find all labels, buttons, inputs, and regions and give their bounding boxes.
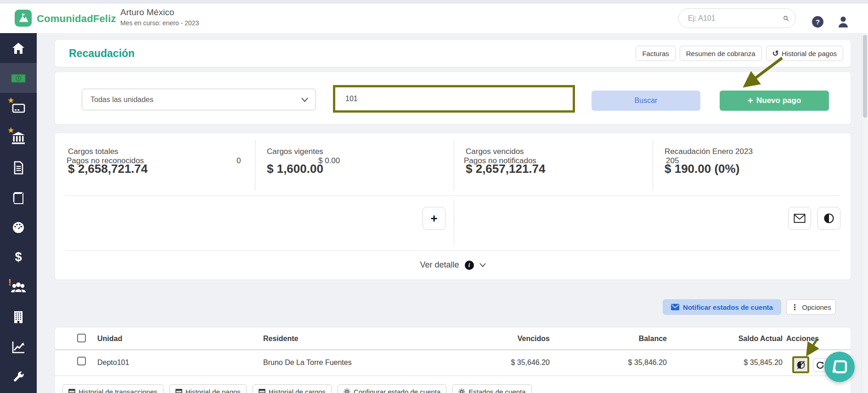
sidebar-item-charges[interactable]: ★ [0,93,37,123]
col-header-balance[interactable]: Balance [639,335,667,343]
notificar-estados-button[interactable]: Notificar estados de cuenta [663,299,781,315]
chat-logo-icon [832,359,847,375]
envelope-icon [794,213,806,223]
scrollbar-thumb[interactable] [863,35,867,118]
cell-balance: $ 35,846.20 [628,359,667,367]
row-checkbox[interactable] [77,357,86,365]
gear-icon [458,388,465,393]
sidebar-nav: ★ ★ [0,33,37,393]
chevron-down-icon [479,263,486,267]
book-icon [11,191,26,205]
opciones-button[interactable]: ⋮ Opciones [786,299,836,315]
sidebar-item-ledger[interactable] [0,182,37,212]
tab-estados-cuenta[interactable]: Estados de cuenta [452,384,531,393]
units-table: Unidad Residente Vencidos Balance Saldo … [55,328,851,393]
unit-select-value: Todas las unidades [90,96,153,104]
current-month-subtitle: Mes en curso: enero - 2023 [120,19,199,27]
wrench-icon [11,370,26,384]
money-icon [10,71,27,85]
tab-configurar-estado-cuenta[interactable]: Configurar estado de cuenta [338,384,446,393]
page-title-bar: Recaudación Facturas Resumen de cobranza… [55,40,851,67]
sidebar-item-settings[interactable] [0,362,37,392]
divider [454,140,454,190]
col-header-acciones: Acciones [786,335,819,343]
tab-historial-pagos[interactable]: Historial de pagos [169,384,247,393]
gauge-icon [11,221,26,234]
star-badge-icon: ★ [7,126,14,134]
nuevo-pago-label: Nuevo pago [756,96,801,105]
stat-recaudacion: Recaudación Enero 2023 $ 190.00 (0%) [652,133,851,195]
sidebar-item-residents[interactable]: ! [0,272,37,302]
chevron-down-icon [301,97,308,102]
brand-name[interactable]: ComunidadFeliz [37,13,116,25]
table-icon [175,389,182,393]
sidebar-item-payments[interactable] [0,63,37,93]
help-icon[interactable]: ? [812,16,823,28]
page-top-strip [0,0,868,4]
detail-tabs: Historial de transacciones Historial de … [62,384,532,393]
sidebar-item-properties[interactable] [0,302,37,332]
page-scrollbar[interactable] [862,4,868,393]
buscar-button[interactable]: Buscar [592,91,700,111]
brand-logo-icon[interactable] [15,10,32,27]
select-all-checkbox[interactable] [77,334,86,342]
sidebar-item-documents[interactable] [0,153,37,182]
hide-account-statement-button[interactable] [792,356,809,373]
home-icon [11,41,26,55]
historial-pagos-button[interactable]: ↺ Historial de pagos [766,46,843,61]
historial-pagos-label: Historial de pagos [782,50,837,57]
tab-historial-transacciones[interactable]: Historial de transacciones [62,384,163,393]
facturas-label: Facturas [642,50,669,57]
chat-widget-button[interactable] [824,352,855,382]
divider [55,349,851,350]
col-header-residente[interactable]: Residente [263,335,298,343]
sidebar-item-dashboard[interactable] [0,212,37,242]
view-payments-button[interactable] [817,207,840,230]
pagos-no-reconocidos-count: 0 [237,156,241,165]
divider [653,140,653,190]
exclamation-badge-icon: ! [8,278,11,287]
search-icon[interactable] [783,13,789,23]
stat-label: Cargos totales [68,147,118,156]
building-icon [11,310,25,325]
pagos-no-notificados-label: Pagos no notificados [464,156,536,165]
col-header-saldo-actual[interactable]: Saldo Actual [738,335,783,343]
resumen-cobranza-button[interactable]: Resumen de cobranza [680,46,762,61]
resumen-cobranza-label: Resumen de cobranza [686,50,755,57]
ver-detalle-toggle[interactable]: Ver detalle i [55,251,851,279]
community-title: Arturo México [120,7,174,17]
nuevo-pago-button[interactable]: + Nuevo pago [720,91,829,111]
page-top-tabs: Facturas Resumen de cobranza ↺ Historial… [636,46,843,61]
tab-historial-cargos[interactable]: Historial de cargos [253,384,332,393]
cell-saldo-actual: $ 35,845.20 [744,359,783,367]
star-badge-icon: ★ [7,97,14,104]
facturas-button[interactable]: Facturas [636,46,675,61]
refresh-icon [816,361,824,369]
stat-label: Recaudación Enero 2023 [665,147,753,156]
stat-value: $ 1,600.00 [267,162,323,176]
eye-slash-icon [796,360,806,370]
table-icon [259,389,265,393]
collection-summary-card: Cargos totales $ 2,658,721.74 Cargos vig… [55,133,851,279]
sidebar-item-home[interactable] [0,33,37,63]
stat-cargos-vigentes: Cargos vigentes $ 1,600.00 [254,133,453,195]
pagos-no-reconocidos-amount: $ 0.00 [318,156,340,165]
col-header-vencidos[interactable]: Vencidos [518,335,550,343]
sidebar-item-finances[interactable]: $ [0,242,37,272]
people-icon [10,280,27,294]
col-header-unidad[interactable]: Unidad [97,335,122,343]
user-account-icon[interactable] [836,14,851,29]
cell-vencidos: $ 35,646.20 [511,359,550,367]
notificar-estados-label: Notificar estados de cuenta [683,303,773,311]
tab-label: Estados de cuenta [468,388,525,393]
envelope-icon [671,304,679,310]
notify-payments-button[interactable] [788,207,811,230]
add-payment-button[interactable]: + [423,207,445,230]
unit-search-input[interactable] [335,95,573,103]
divider [454,200,454,246]
unit-select[interactable]: Todas las unidades [82,89,316,110]
sidebar-item-reports[interactable] [0,332,37,362]
sidebar-item-bank[interactable]: ★ [0,123,37,153]
chart-line-icon [11,340,26,354]
header-search-input[interactable] [688,14,783,23]
